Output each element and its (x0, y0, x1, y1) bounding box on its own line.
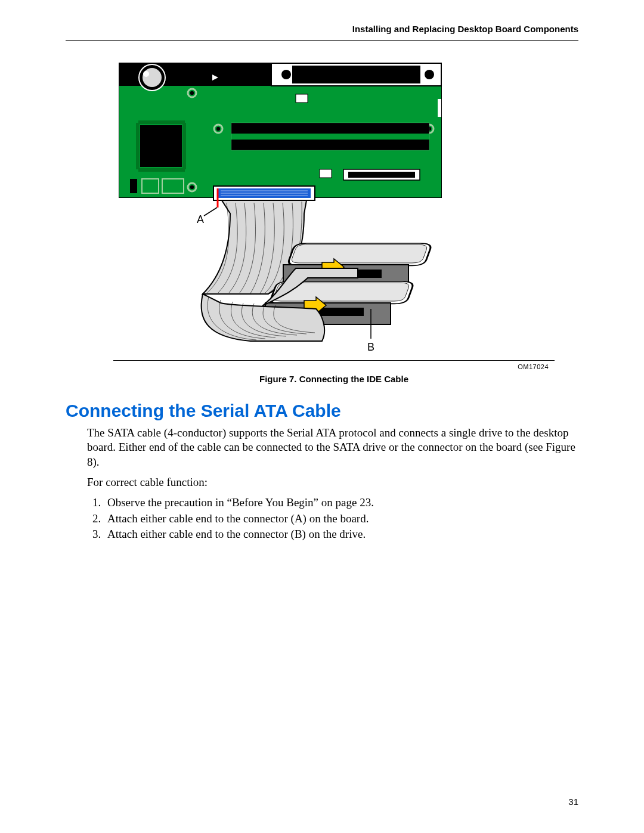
svg-rect-27 (138, 168, 185, 172)
svg-point-19 (216, 127, 220, 131)
svg-rect-26 (138, 120, 185, 124)
figure-label-b: B (367, 341, 374, 353)
body-text: The SATA cable (4-conductor) supports th… (87, 426, 578, 541)
step-item: Attach either cable end to the connector… (104, 527, 578, 541)
figure-label-a: A (197, 213, 204, 225)
svg-rect-4 (292, 66, 420, 83)
figure-caption: Figure 7. Connecting the IDE Cable (113, 374, 555, 384)
page-number: 31 (568, 797, 578, 807)
figure-id: OM17024 (113, 363, 549, 370)
paragraph-2: For correct cable function: (87, 475, 578, 490)
svg-rect-34 (296, 94, 308, 103)
figure-7: A B OM17024 Figure 7. Connecting the IDE… (113, 58, 555, 384)
section-heading: Connecting the Serial ATA Cable (66, 401, 578, 421)
paragraph-1: The SATA cable (4-conductor) supports th… (87, 426, 578, 469)
svg-rect-7 (438, 99, 441, 117)
svg-line-48 (204, 208, 217, 216)
svg-rect-35 (320, 169, 332, 178)
svg-point-9 (143, 68, 162, 87)
step-item: Observe the precaution in “Before You Be… (104, 496, 578, 510)
figure-rule (113, 360, 555, 361)
svg-point-5 (281, 70, 291, 79)
svg-rect-11 (128, 69, 135, 86)
ide-cable-diagram: A B (113, 58, 446, 357)
svg-point-6 (425, 70, 434, 79)
svg-point-17 (190, 185, 194, 189)
page-header: Installing and Replacing Desktop Board C… (66, 24, 578, 34)
svg-rect-28 (130, 179, 137, 193)
steps-list: Observe the precaution in “Before You Be… (87, 496, 578, 541)
svg-point-15 (190, 91, 194, 95)
svg-rect-37 (348, 172, 415, 178)
svg-rect-22 (140, 125, 182, 167)
svg-rect-24 (136, 123, 140, 169)
step-item: Attach either cable end to the connector… (104, 512, 578, 526)
svg-rect-25 (182, 123, 186, 169)
header-rule (66, 40, 578, 41)
svg-point-10 (143, 71, 149, 77)
svg-rect-31 (231, 123, 429, 134)
svg-rect-32 (231, 140, 429, 150)
